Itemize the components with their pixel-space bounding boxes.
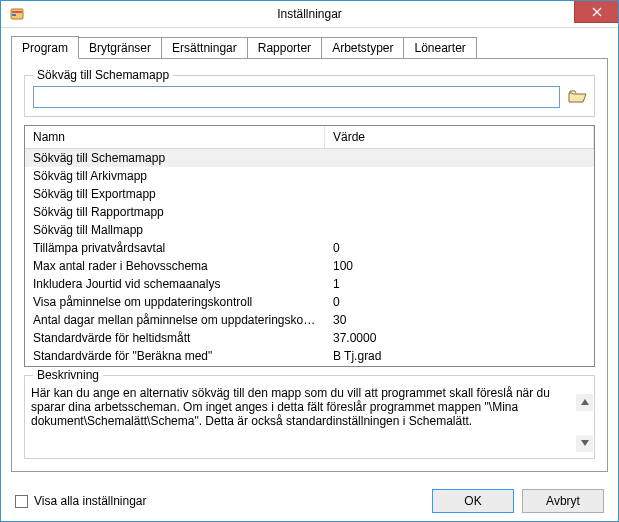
tab-rapporter[interactable]: Rapporter	[247, 37, 322, 58]
app-icon	[9, 6, 25, 22]
list-cell-value: 0	[325, 240, 594, 256]
list-row[interactable]: Standardvärde för "Beräkna med"B Tj.grad	[25, 347, 594, 365]
path-group-legend: Sökväg till Schemamapp	[33, 68, 173, 82]
list-cell-name: Sökväg till Arkivmapp	[25, 168, 325, 184]
list-cell-name: Antal dagar mellan påminnelse om uppdate…	[25, 312, 325, 328]
tab-arbetstyper[interactable]: Arbetstyper	[321, 37, 404, 58]
list-cell-value	[325, 168, 594, 184]
list-cell-value	[325, 150, 594, 166]
list-row[interactable]: Sökväg till Exportmapp	[25, 185, 594, 203]
list-row[interactable]: Max antal rader i Behovsschema100	[25, 257, 594, 275]
list-cell-value: B Tj.grad	[325, 348, 594, 364]
list-row[interactable]: Inkludera Jourtid vid schemaanalys1	[25, 275, 594, 293]
tab-brytgranser[interactable]: Brytgränser	[78, 37, 162, 58]
list-cell-name: Max antal rader i Behovsschema	[25, 258, 325, 274]
list-header: Namn Värde	[25, 126, 594, 149]
description-scroll[interactable]: Här kan du ange en alternativ sökväg til…	[31, 386, 592, 448]
list-row[interactable]: Visa påminnelse om uppdateringskontroll0	[25, 293, 594, 311]
list-cell-value: 37.0000	[325, 330, 594, 346]
show-all-checkbox[interactable]	[15, 495, 28, 508]
list-cell-name: Sökväg till Rapportmapp	[25, 204, 325, 220]
window-title: Inställningar	[1, 7, 618, 21]
tab-program[interactable]: Program	[11, 36, 79, 59]
list-cell-value: 100	[325, 258, 594, 274]
list-row[interactable]: Tillämpa privatvårdsavtal0	[25, 239, 594, 257]
list-cell-name: Sökväg till Exportmapp	[25, 186, 325, 202]
tab-page-program: Sökväg till Schemamapp Namn Värde	[11, 58, 608, 472]
list-row[interactable]: Sökväg till Schemamapp	[25, 149, 594, 167]
list-row[interactable]: Standardvärde för heltidsmått37.0000	[25, 329, 594, 347]
list-cell-value: 1	[325, 276, 594, 292]
list-row[interactable]: Sökväg till Arkivmapp	[25, 167, 594, 185]
list-row[interactable]: Antal dagar mellan påminnelse om uppdate…	[25, 311, 594, 329]
svg-rect-2	[12, 14, 16, 16]
settings-window: Inställningar Program Brytgränser Ersätt…	[0, 0, 619, 522]
list-cell-value: 0	[325, 294, 594, 310]
list-cell-value	[325, 222, 594, 238]
tab-ersattningar[interactable]: Ersättningar	[161, 37, 248, 58]
titlebar: Inställningar	[1, 1, 618, 28]
list-cell-name: Inkludera Jourtid vid schemaanalys	[25, 276, 325, 292]
description-legend: Beskrivning	[33, 368, 103, 382]
list-cell-name: Visa påminnelse om uppdateringskontroll	[25, 294, 325, 310]
svg-rect-1	[12, 11, 22, 13]
dialog-footer: Visa alla inställningar OK Avbryt	[1, 482, 618, 521]
list-cell-name: Sökväg till Mallmapp	[25, 222, 325, 238]
header-value[interactable]: Värde	[325, 126, 594, 148]
ok-button[interactable]: OK	[432, 489, 514, 513]
list-row[interactable]: Sökväg till Rapportmapp	[25, 203, 594, 221]
close-button[interactable]	[574, 1, 618, 23]
list-cell-value	[325, 186, 594, 202]
path-group: Sökväg till Schemamapp	[24, 75, 595, 117]
scroll-down-icon[interactable]	[576, 435, 593, 452]
list-row[interactable]: Ändra ordning på för- och efternamn vid …	[25, 365, 594, 366]
tabstrip: Program Brytgränser Ersättningar Rapport…	[11, 36, 608, 58]
cancel-button[interactable]: Avbryt	[522, 489, 604, 513]
settings-list: Namn Värde Sökväg till SchemamappSökväg …	[24, 125, 595, 367]
list-cell-name: Standardvärde för heltidsmått	[25, 330, 325, 346]
description-scrollbar[interactable]	[576, 394, 593, 452]
scroll-up-icon[interactable]	[576, 394, 593, 411]
list-cell-name: Sökväg till Schemamapp	[25, 150, 325, 166]
schema-path-input[interactable]	[33, 86, 560, 108]
tab-lonearter[interactable]: Lönearter	[403, 37, 476, 58]
list-cell-value: 30	[325, 312, 594, 328]
description-text: Här kan du ange en alternativ sökväg til…	[31, 386, 572, 428]
browse-folder-icon[interactable]	[568, 89, 586, 105]
show-all-label[interactable]: Visa alla inställningar	[34, 494, 147, 508]
list-body[interactable]: Sökväg till SchemamappSökväg till Arkivm…	[25, 149, 594, 366]
list-row[interactable]: Sökväg till Mallmapp	[25, 221, 594, 239]
header-name[interactable]: Namn	[25, 126, 325, 148]
list-cell-name: Standardvärde för "Beräkna med"	[25, 348, 325, 364]
description-group: Beskrivning Här kan du ange en alternati…	[24, 375, 595, 459]
list-cell-name: Tillämpa privatvårdsavtal	[25, 240, 325, 256]
client-area: Program Brytgränser Ersättningar Rapport…	[1, 28, 618, 482]
list-cell-value	[325, 204, 594, 220]
